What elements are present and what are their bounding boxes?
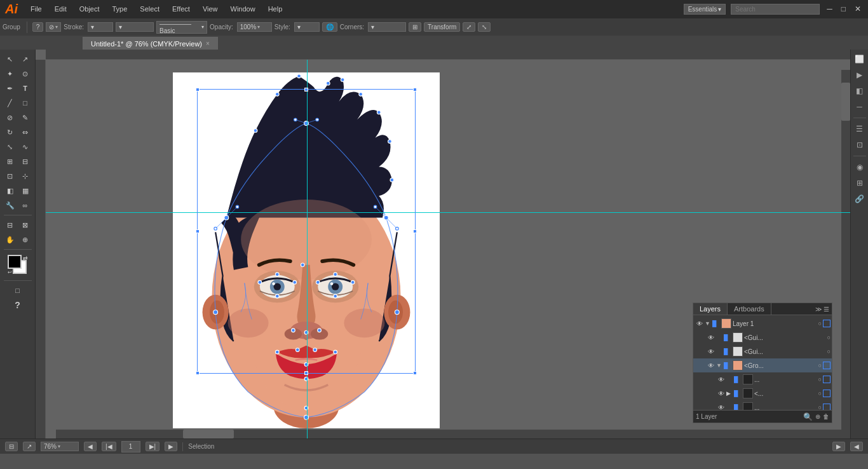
zoom-level[interactable]: 76% ▾ xyxy=(41,442,79,451)
page-number[interactable]: 1 xyxy=(121,441,140,452)
zoom-tool[interactable]: ⊕ xyxy=(18,233,32,247)
status-toggle[interactable]: ⊟ xyxy=(5,442,18,451)
layers-tab[interactable]: Layers xyxy=(693,303,728,315)
eyedropper-tool[interactable]: 🔧 xyxy=(3,198,17,212)
transform-button[interactable]: Transform xyxy=(424,22,460,32)
next-page-btn[interactable]: ▶ xyxy=(165,442,177,451)
pencil-tool[interactable]: ✎ xyxy=(18,111,32,125)
normal-mode-btn[interactable]: □ xyxy=(10,283,25,297)
foreground-color[interactable] xyxy=(8,255,22,269)
rpanel-link[interactable]: 🔗 xyxy=(853,192,867,206)
layer-row-gui1[interactable]: 👁 █ <Gui... ○ xyxy=(693,330,832,344)
rpanel-artboard[interactable]: ⊞ xyxy=(853,176,867,190)
expand-panel-icon[interactable]: ≫ xyxy=(815,306,822,313)
selection-tool[interactable]: ↖ xyxy=(3,52,17,66)
direct-selection-tool[interactable]: ↗ xyxy=(18,52,32,66)
tab-close-btn[interactable]: × xyxy=(206,40,210,47)
lasso-tool[interactable]: ⊙ xyxy=(18,67,32,81)
handle-bottom-right[interactable] xyxy=(413,371,417,375)
handle-bottom-middle[interactable] xyxy=(304,371,308,375)
menu-file[interactable]: File xyxy=(28,4,44,14)
tb-stroke-color[interactable]: ▾ xyxy=(88,22,113,32)
type-tool[interactable]: T xyxy=(18,81,32,95)
search-layers-btn[interactable]: 🔍 xyxy=(803,412,813,421)
tb-question[interactable]: ? xyxy=(32,22,44,32)
hand-tool[interactable]: ✋ xyxy=(3,233,17,247)
horizontal-scrollbar[interactable] xyxy=(56,430,841,438)
tb-transform3[interactable]: ⤡ xyxy=(478,22,491,32)
tb-opacity[interactable]: 100% ▾ xyxy=(237,22,272,32)
warp-tool[interactable]: ∿ xyxy=(18,140,32,154)
vertical-scrollbar[interactable] xyxy=(841,70,850,438)
tb-stroke-weight[interactable]: ▾ xyxy=(116,22,154,32)
menu-window[interactable]: Window xyxy=(228,4,258,14)
layer-triangle-1[interactable]: ▼ xyxy=(705,320,712,327)
tb-corners[interactable]: ▾ xyxy=(368,22,406,32)
minimize-button[interactable]: ─ xyxy=(825,4,834,13)
last-page-btn[interactable]: ▶| xyxy=(146,442,160,451)
layer-row-gui2[interactable]: 👁 █ <Gui... ○ xyxy=(693,344,832,358)
menu-effect[interactable]: Effect xyxy=(170,4,193,14)
color-selector[interactable]: ⇄ ↩ xyxy=(8,255,28,275)
slice-tool[interactable]: ⊠ xyxy=(18,218,32,232)
rotate-tool[interactable]: ↻ xyxy=(3,125,17,139)
shape-build-tool[interactable]: ⊟ xyxy=(18,154,32,168)
handle-middle-left[interactable] xyxy=(196,229,200,233)
line-tool[interactable]: ╱ xyxy=(3,96,17,110)
artboard-tool[interactable]: ⊟ xyxy=(3,218,17,232)
menu-help[interactable]: Help xyxy=(266,4,285,14)
handle-top-middle[interactable] xyxy=(304,88,308,92)
rpanel-tools[interactable]: ☰ xyxy=(853,122,867,136)
menu-object[interactable]: Object xyxy=(77,4,102,14)
handle-top-left[interactable] xyxy=(196,88,200,92)
graph-tool[interactable]: ▦ xyxy=(18,184,32,198)
menu-view[interactable]: View xyxy=(200,4,220,14)
free-transform-tool[interactable]: ⊞ xyxy=(3,154,17,168)
rpanel-layer-ico[interactable]: ◉ xyxy=(853,160,867,174)
layer-eye-sub2[interactable]: 👁 xyxy=(716,390,726,397)
layer-eye-sub1[interactable]: 👁 xyxy=(716,376,726,383)
document-tab[interactable]: Untitled-1* @ 76% (CMYK/Preview) × xyxy=(83,37,218,50)
prev-page-btn[interactable]: ◀ xyxy=(84,442,97,451)
paintbrush-tool[interactable]: ⊘ xyxy=(3,111,17,125)
vertical-scrollbar-thumb[interactable] xyxy=(841,83,850,121)
search-input[interactable] xyxy=(731,4,820,15)
status-link[interactable]: ↗ xyxy=(23,442,36,451)
blend-tool[interactable]: ∞ xyxy=(18,198,32,212)
layer-row-group[interactable]: 👁 ▼ █ <Gro... ○ xyxy=(693,358,832,372)
layer-row-sub1[interactable]: 👁 █ ... ○ xyxy=(693,372,832,386)
rpanel-brush[interactable]: ⊡ xyxy=(853,138,867,152)
pen-tool[interactable]: ✒ xyxy=(3,81,17,95)
tb-globe[interactable]: 🌐 xyxy=(322,22,337,32)
layer-eye-group[interactable]: 👁 xyxy=(706,362,716,369)
canvas-area[interactable]: -432 -360 -288 -216 -144 -72 0 72 144 21… xyxy=(36,50,850,438)
rect-tool[interactable]: □ xyxy=(18,96,32,110)
mesh-tool[interactable]: ⊹ xyxy=(18,169,32,183)
menu-select[interactable]: Select xyxy=(137,4,162,14)
layer-eye-gui1[interactable]: 👁 xyxy=(706,334,716,341)
layer-triangle-sub2[interactable]: ▶ xyxy=(726,390,734,397)
add-layer-btn[interactable]: ⊕ xyxy=(815,413,820,420)
delete-layer-btn[interactable]: 🗑 xyxy=(823,413,829,420)
tb-transform2[interactable]: ⤢ xyxy=(463,22,475,32)
layer-row-1[interactable]: 👁 ▼ █ Layer 1 ○ xyxy=(693,316,832,330)
handle-bottom-left[interactable] xyxy=(196,371,200,375)
handle-top-right[interactable] xyxy=(413,88,417,92)
magic-wand-tool[interactable]: ✦ xyxy=(3,67,17,81)
status-play[interactable]: ▶ xyxy=(832,442,845,451)
tb-stroke-type[interactable]: ⊘ ▾ xyxy=(46,22,61,32)
color-reset-btn[interactable]: ↩ xyxy=(8,269,12,275)
rpanel-color[interactable]: ⬜ xyxy=(853,52,867,66)
artboards-tab[interactable]: Artboards xyxy=(728,303,771,315)
status-stop[interactable]: ◀ xyxy=(850,442,863,451)
tb-style[interactable]: ▾ xyxy=(294,22,320,32)
gradient-tool[interactable]: ◧ xyxy=(3,184,17,198)
close-button[interactable]: ✕ xyxy=(853,4,863,13)
rpanel-gradient[interactable]: ◧ xyxy=(853,84,867,98)
mirror-tool[interactable]: ⇔ xyxy=(18,125,32,139)
live-paint-tool[interactable]: ⊡ xyxy=(3,169,17,183)
handle-middle-right[interactable] xyxy=(413,229,417,233)
rpanel-arrow[interactable]: ▶ xyxy=(853,68,867,82)
stroke-style-box[interactable]: ————— Basic ▾ xyxy=(156,21,207,34)
question-tool[interactable]: ? xyxy=(3,298,33,312)
